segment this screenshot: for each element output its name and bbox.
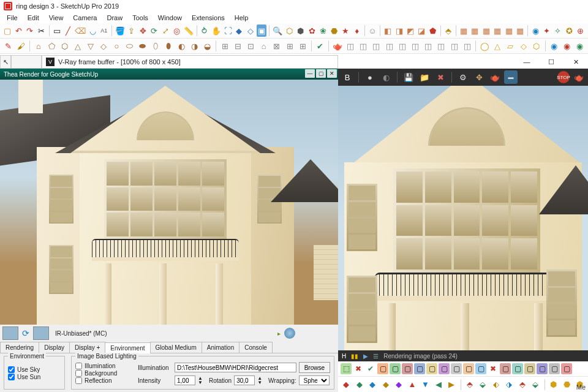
tool-icon[interactable]: ◫	[383, 40, 395, 52]
tool-icon[interactable]: ★	[341, 24, 350, 37]
browse-button[interactable]: Browse	[299, 362, 330, 373]
menu-view[interactable]: View	[45, 13, 68, 22]
teapot-icon[interactable]: 🫖	[331, 40, 343, 52]
tool-icon[interactable]: ▦	[503, 24, 513, 37]
tool-icon[interactable]: ◪	[417, 24, 426, 37]
stop-icon[interactable]: STOP	[557, 71, 570, 83]
pause-icon[interactable]: ▮▮	[351, 353, 358, 360]
teapot-icon[interactable]: 🫖	[572, 70, 586, 84]
tab-display[interactable]: Display	[39, 342, 70, 353]
menu-extensions[interactable]: Extensions	[187, 13, 229, 22]
color-swatch[interactable]: ▢	[512, 363, 523, 374]
new-icon[interactable]: ▢	[2, 24, 12, 37]
rotate-icon[interactable]: ⟳	[149, 24, 159, 37]
illumination-path-input[interactable]	[175, 363, 296, 372]
tool-icon[interactable]: ▦	[459, 24, 469, 37]
tool-icon[interactable]: ▦	[470, 24, 480, 37]
tool-icon[interactable]: ◫	[344, 40, 356, 52]
tool-icon[interactable]: ◉	[574, 40, 586, 52]
offset-icon[interactable]: ◎	[172, 24, 181, 37]
tab-display-plus[interactable]: Display +	[69, 342, 105, 353]
pushpull-icon[interactable]: ⇪	[127, 24, 137, 37]
scrubber-icon[interactable]	[284, 328, 295, 339]
tool-icon[interactable]: ⬡	[284, 24, 294, 37]
tool-icon[interactable]: ▽	[85, 40, 96, 52]
tab-rendering[interactable]: Rendering	[0, 342, 39, 353]
tool-icon[interactable]: ◒	[202, 40, 213, 52]
tool-icon[interactable]: ⬘	[464, 379, 476, 391]
folder-icon[interactable]: 📁	[418, 70, 431, 84]
tool-icon[interactable]: ◆	[341, 379, 352, 391]
tool-icon[interactable]: ⬘	[517, 379, 529, 391]
menu-help[interactable]: Help	[230, 13, 253, 22]
color-swatch[interactable]: ▢	[549, 363, 560, 374]
use-sun-checkbox[interactable]: Use Sun	[8, 374, 61, 380]
intensity-input[interactable]	[175, 375, 195, 385]
close-icon[interactable]: ✕	[327, 69, 337, 78]
tool-icon[interactable]: ⊕	[576, 24, 586, 37]
tool-icon[interactable]: ◫	[448, 40, 460, 52]
use-sky-checkbox[interactable]: Use Sky	[8, 366, 61, 373]
illumination-checkbox[interactable]: Illumination	[75, 363, 130, 369]
ruby-icon[interactable]: ♦	[352, 24, 362, 37]
move-icon[interactable]: ✥	[472, 70, 486, 84]
tool-icon[interactable]: ◐	[176, 40, 187, 52]
zoom-icon[interactable]: 🔍	[272, 24, 283, 37]
save-icon[interactable]: 💾	[402, 70, 415, 84]
tool-icon[interactable]: ✿	[307, 24, 317, 37]
color-swatch[interactable]: ▢	[561, 363, 572, 374]
tab-environment[interactable]: Environment	[105, 342, 150, 353]
tool-icon[interactable]: ⬮	[163, 40, 175, 52]
tool-icon[interactable]: ◫	[409, 40, 421, 52]
tool-icon[interactable]: ⊡	[245, 40, 257, 52]
paint-icon[interactable]: 🪣	[115, 24, 126, 37]
maximize-icon[interactable]: ▢	[316, 69, 326, 78]
gear-icon[interactable]: ⚙	[456, 70, 470, 84]
text-icon[interactable]: A1	[99, 24, 109, 37]
tool-icon[interactable]: ⌂	[32, 40, 44, 52]
undo-icon[interactable]: ↶	[13, 24, 23, 37]
color-swatch[interactable]: ▢	[402, 363, 413, 374]
tool-icon[interactable]: ◨	[394, 24, 404, 37]
color-swatch[interactable]: ▢	[475, 363, 486, 374]
thea-viewport[interactable]	[0, 80, 338, 325]
redo-icon[interactable]: ↷	[25, 24, 35, 37]
menu-tools[interactable]: Tools	[128, 13, 153, 22]
tool-icon[interactable]: ▲	[407, 379, 418, 391]
tool-icon[interactable]: ⬭	[124, 40, 135, 52]
zoom-extents-icon[interactable]: ⛶	[223, 24, 233, 37]
tool-icon[interactable]: ⊠	[271, 40, 282, 52]
tool-icon[interactable]: ⬠	[46, 40, 58, 52]
brush-icon[interactable]: 🖌	[15, 40, 27, 52]
tool-icon[interactable]: ⬖	[491, 379, 502, 391]
tab-animation[interactable]: Animation	[202, 342, 239, 353]
tool-icon[interactable]: ◧	[383, 24, 393, 37]
color-swatch[interactable]: ▢	[426, 363, 437, 374]
color-swatch[interactable]: ▢	[537, 363, 548, 374]
tool-icon[interactable]: ⬢	[296, 24, 306, 37]
tool-icon[interactable]: ◫	[371, 40, 382, 52]
tool-icon[interactable]: ◯	[478, 40, 490, 52]
color-swatch[interactable]: ▢	[500, 363, 511, 374]
tool-icon[interactable]: ▦	[515, 24, 525, 37]
tool-icon[interactable]: ⬗	[503, 379, 515, 391]
tool-icon[interactable]: ◇	[97, 40, 109, 52]
tool-icon[interactable]: ▱	[505, 40, 516, 52]
tool-icon[interactable]: ▦	[481, 24, 491, 37]
tool-icon[interactable]: ▼	[420, 379, 431, 391]
tool-icon[interactable]: ◉	[561, 40, 573, 52]
tool-icon[interactable]: ◀	[433, 379, 445, 391]
tool-icon[interactable]: ⬙	[477, 379, 489, 391]
tool-icon[interactable]: ⊟	[232, 40, 244, 52]
arc-icon[interactable]: ◡	[88, 24, 97, 37]
cut-icon[interactable]: ✂	[36, 24, 46, 37]
color-swatch[interactable]: ▢	[439, 363, 450, 374]
render-thumb[interactable]	[2, 326, 18, 340]
iso-icon[interactable]: ▣	[257, 24, 266, 37]
circle-icon[interactable]: ◐	[379, 70, 393, 84]
tool-icon[interactable]: ◫	[423, 40, 434, 52]
delete-icon[interactable]: ✖	[434, 70, 447, 84]
tool-icon[interactable]: △	[72, 40, 83, 52]
tool-icon[interactable]: ◇	[518, 40, 529, 52]
eraser-icon[interactable]: ⌫	[74, 24, 86, 37]
